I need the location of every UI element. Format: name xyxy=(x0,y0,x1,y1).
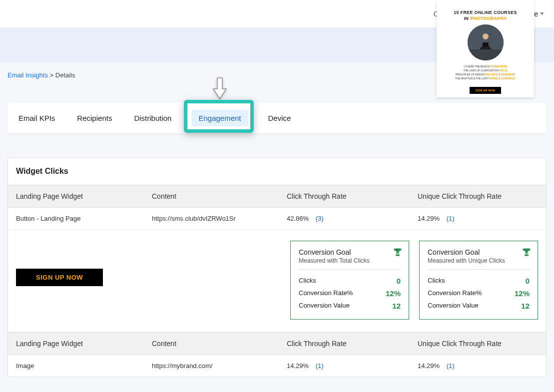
preview-title: 15 FREE ONLINE COURSES IN PHOTOGRAPHY xyxy=(442,10,529,21)
col-unique-click-through-rate: Unique Click Through Rate xyxy=(418,340,538,348)
email-preview-card: · 15 FREE ONLINE COURSES IN PHOTOGRAPHY … xyxy=(437,0,534,97)
breadcrumb-current: Details xyxy=(55,71,75,79)
cell-widget-type: Button - Landing Page xyxy=(16,215,152,222)
goal-title: Conversion Goal xyxy=(428,248,530,256)
tabs-bar: Email KPIs Recipients Distribution Engag… xyxy=(7,103,547,133)
cell-ctr: 42.86% (3) xyxy=(287,215,418,222)
cell-ctr: 14.29% (1) xyxy=(287,362,418,370)
cell-unique-ctr: 14.29% (1) xyxy=(418,215,538,222)
tab-recipients[interactable]: Recipients xyxy=(75,110,114,126)
tab-email-kpis[interactable]: Email KPIs xyxy=(16,110,57,126)
tab-engagement[interactable]: Engagement xyxy=(191,110,248,126)
expanded-row: SIGN UP NOW Conversion Goal Measured wit… xyxy=(8,230,546,332)
preview-lines: COVERS THE BASICS FOUNDATION THE LAWS OF… xyxy=(442,64,529,80)
signup-now-button[interactable]: SIGN UP NOW xyxy=(16,269,103,286)
preview-photo xyxy=(468,24,504,60)
conversion-goal-unique-card: Conversion Goal Measured with Unique Cli… xyxy=(419,241,538,320)
col-content: Content xyxy=(152,192,287,200)
goal-subtitle: Measured with Total Clicks xyxy=(299,257,401,270)
svg-rect-3 xyxy=(483,42,489,46)
tab-device[interactable]: Device xyxy=(266,110,293,126)
widget-clicks-table: Widget Clicks Landing Page Widget Conten… xyxy=(7,157,547,377)
cell-content-url: https://mybrand.com/ xyxy=(152,362,287,370)
trophy-icon xyxy=(393,247,403,259)
table-header-row: Landing Page Widget Content Click Throug… xyxy=(8,185,546,208)
ctr-count[interactable]: (3) xyxy=(316,215,324,222)
col-unique-click-through-rate: Unique Click Through Rate xyxy=(418,192,538,200)
col-landing-page-widget: Landing Page Widget xyxy=(16,192,152,200)
table-row[interactable]: Image https://mybrand.com/ 14.29% (1) 14… xyxy=(8,355,546,377)
col-click-through-rate: Click Through Rate xyxy=(287,340,418,348)
table-row[interactable]: Button - Landing Page https://sms.club/d… xyxy=(8,208,546,230)
col-click-through-rate: Click Through Rate xyxy=(287,192,418,200)
tab-distribution[interactable]: Distribution xyxy=(132,110,173,126)
col-content: Content xyxy=(152,340,287,348)
goal-title: Conversion Goal xyxy=(299,248,401,256)
caret-down-icon xyxy=(540,12,544,15)
breadcrumb-link[interactable]: Email Insights xyxy=(7,71,48,79)
unique-ctr-count[interactable]: (1) xyxy=(447,215,455,222)
svg-rect-1 xyxy=(468,49,504,60)
widget-title: Widget Clicks xyxy=(8,158,546,185)
goal-subtitle: Measured with Unique Clicks xyxy=(428,257,530,270)
ctr-count[interactable]: (1) xyxy=(316,362,324,370)
preview-signup-button: SIGN UP NOW xyxy=(470,87,502,94)
trophy-icon xyxy=(522,247,532,259)
col-landing-page-widget: Landing Page Widget xyxy=(16,340,152,348)
cell-widget-type: Image xyxy=(16,362,152,370)
unique-ctr-count[interactable]: (1) xyxy=(447,362,455,370)
cell-content-url: https://sms.club/dvIZRWo1Sr xyxy=(152,215,287,222)
table-header-row: Landing Page Widget Content Click Throug… xyxy=(8,332,546,355)
cell-unique-ctr: 14.29% (1) xyxy=(418,362,538,370)
svg-point-2 xyxy=(483,33,489,39)
conversion-goal-total-card: Conversion Goal Measured with Total Clic… xyxy=(290,241,409,320)
